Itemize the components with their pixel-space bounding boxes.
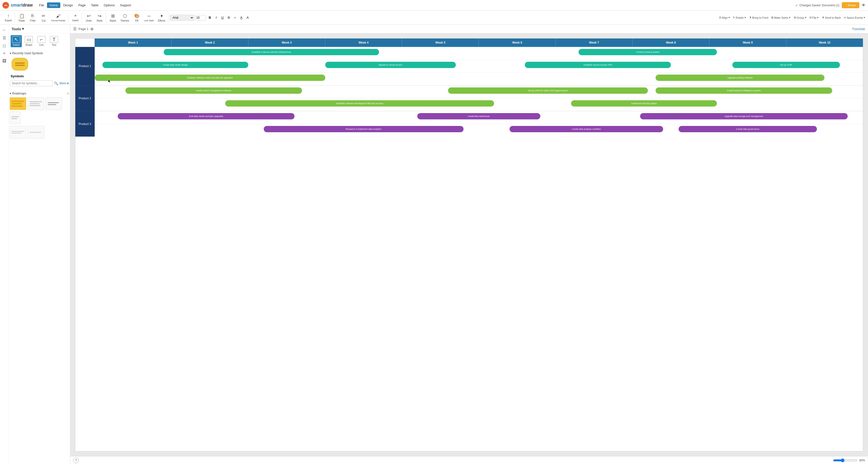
help-button[interactable]: ? (73, 458, 79, 463)
rm-line-gray-3 (29, 105, 40, 106)
nav-design[interactable]: Design (61, 2, 75, 8)
task-migrate-virtual[interactable]: Migrate to virtual servers (325, 62, 456, 68)
fill-button[interactable]: 🎨 Fill (131, 12, 142, 23)
nav-options[interactable]: Options (101, 2, 117, 8)
select-tool[interactable]: ↖ Select (11, 35, 22, 47)
symbol-search-input[interactable] (10, 81, 53, 86)
group-button[interactable]: ⊞ Group ▾ (793, 16, 807, 20)
task-eval-software[interactable]: Evaluate software needs and plan for upg… (95, 74, 325, 81)
shapes-button[interactable]: ◻ (1, 42, 8, 49)
task-architect-backup[interactable]: Architect backup system (579, 49, 717, 55)
subscript-button[interactable]: × (232, 15, 238, 21)
task-secure-network[interactable]: Establish a secure network infrastructur… (164, 49, 379, 55)
canvas[interactable]: Week 1 Week 2 Week 3 Week 4 Week 5 Week … (70, 33, 868, 456)
insert-icon: + (74, 13, 77, 19)
text-tool[interactable]: T Text (49, 35, 60, 47)
strikethrough-button[interactable]: S (226, 15, 231, 21)
page-add-button[interactable]: ⊕ (90, 27, 93, 31)
symbol-search-button[interactable]: 🔍 (54, 81, 58, 85)
share-button[interactable]: ↑ Share (842, 2, 859, 8)
send-to-back-button[interactable]: ⬇ Send to Back (821, 16, 842, 20)
media-button[interactable]: 🖼 (1, 58, 8, 64)
roadmaps-close-button[interactable]: × (67, 92, 69, 95)
roadmap-template-5[interactable] (10, 126, 26, 138)
line-style-button[interactable]: ─ Line Style (143, 12, 156, 23)
task-data-governance[interactable]: Create data governance (679, 126, 817, 132)
italic-button[interactable]: I (213, 15, 219, 21)
task-upgrade-storage[interactable]: Upgrade data storage and management (640, 113, 847, 119)
font-family-select[interactable]: Arial (170, 15, 194, 21)
copy-button[interactable]: ⎘ Copy (27, 12, 38, 23)
bottom-bar: ? 80% (70, 456, 868, 464)
share-icon: ↑ (845, 4, 847, 7)
task-text: Install project management software (196, 89, 231, 92)
shape-tool[interactable]: ▭ Shape (23, 35, 34, 47)
insert-button[interactable]: + Insert (70, 12, 81, 23)
task-setup-voip[interactable]: Set up VOIP (733, 62, 840, 68)
task-install-dw[interactable]: Install data warehouse (417, 113, 540, 119)
themes-button[interactable]: ⬡ Themes (118, 12, 131, 23)
view-toggle-button[interactable]: 👁 (862, 3, 866, 7)
space-evenly-button[interactable]: ⇔ Space Evenly ▾ (843, 16, 866, 20)
week-7: Week 7 (556, 38, 632, 47)
roadmap-template-1[interactable] (10, 97, 26, 110)
flip-chevron: ▾ (817, 16, 818, 19)
recently-used-header[interactable]: ▾ Recently Used Symbols (9, 51, 70, 56)
make-same-button[interactable]: ⊠ Make Same ▾ (770, 16, 792, 20)
nav-support[interactable]: Support (118, 2, 133, 8)
line-tool[interactable]: ⌐ Line (36, 35, 47, 47)
effects-button[interactable]: ✦ Effects (156, 12, 167, 23)
task-eval-data[interactable]: Eval data needs and plan upgrades (118, 113, 294, 119)
translate-button[interactable]: Translate (852, 27, 865, 31)
product-1-rows: Establish a secure network infrastructur… (95, 47, 863, 86)
align-button[interactable]: ⊟ Align ▾ (718, 16, 731, 20)
roadmap-template-2[interactable] (28, 97, 44, 110)
task-install-pm[interactable]: Install project management software (125, 87, 302, 94)
task-install-bi[interactable]: Install business intelligence system (656, 87, 832, 94)
roadmap-template-4[interactable] (10, 112, 20, 124)
make-same-label: Make Same (774, 16, 788, 19)
rotate-button[interactable]: ↻ Rotate ▾ (732, 16, 747, 20)
nav-page[interactable]: Page (76, 2, 88, 8)
font-size-input[interactable] (195, 15, 206, 20)
roadmaps-header: ▾ Roadmaps × (9, 91, 70, 96)
bold-button[interactable]: B (207, 15, 213, 21)
roadmap-template-3[interactable] (45, 97, 62, 110)
redo-button[interactable]: ↪ Redo (94, 12, 105, 23)
nav-file[interactable]: File (37, 2, 46, 8)
task-crm-sales[interactable]: Set up CRM for Sales and Support teams (448, 87, 648, 94)
styles-button[interactable]: ⊞ Styles (107, 12, 118, 23)
task-sdlc[interactable]: Establish software development lifecycle… (225, 100, 494, 106)
task-datacenter-design[interactable]: Create data center design (102, 62, 248, 68)
more-link[interactable]: More ⊕ (60, 82, 69, 85)
main-nav: File Home Design Page Table Options Supp… (37, 2, 133, 8)
add-button[interactable]: + (1, 50, 8, 57)
task-upgrade-software[interactable]: Upgrade existing software (656, 74, 825, 81)
task-devops[interactable]: Implement DevOps pipline (571, 100, 717, 106)
layers-button[interactable]: ☰ (1, 34, 8, 41)
undo-button[interactable]: ↩ Undo (83, 12, 94, 23)
recent-symbol-card[interactable] (11, 58, 28, 70)
styles-group: ⊞ Styles ⬡ Themes 🎨 Fill ─ Line Style ✦ … (106, 12, 168, 23)
nav-table[interactable]: Table (89, 2, 101, 8)
bring-to-front-button[interactable]: ⬆ Bring to Front (748, 16, 769, 20)
flip-button[interactable]: ⇄ Flip ▾ (808, 16, 820, 20)
back-button[interactable]: ← (1, 27, 8, 33)
align-label: Align (722, 16, 728, 19)
task-data-analysis-workflow[interactable]: Create data analysis workflow (509, 126, 663, 132)
superscript-button[interactable]: A̲ (238, 15, 244, 21)
nav-home[interactable]: Home (47, 2, 60, 8)
paste-button[interactable]: 📋 Paste (17, 12, 27, 23)
underline-button[interactable]: U (219, 15, 225, 21)
font-color-button[interactable]: A (245, 15, 250, 21)
export-button[interactable]: ↑ Export (3, 12, 14, 23)
arrange-group: ⬆ Bring to Front ⊠ Make Same ▾ (748, 16, 792, 20)
product-1-section: Product 1 Establish a secure network inf… (75, 47, 863, 86)
format-painter-button[interactable]: 🖌 Format Painter (49, 12, 68, 23)
page-nav-back[interactable]: ☰ (73, 27, 76, 31)
task-secure-vpn[interactable]: Establish secure access VPN (525, 62, 671, 68)
task-research-analytics[interactable]: Research & implement data analytics (264, 126, 464, 132)
cut-button[interactable]: ✂ Cut (38, 12, 49, 23)
zoom-slider[interactable] (833, 458, 857, 462)
roadmap-template-6[interactable] (28, 126, 44, 138)
